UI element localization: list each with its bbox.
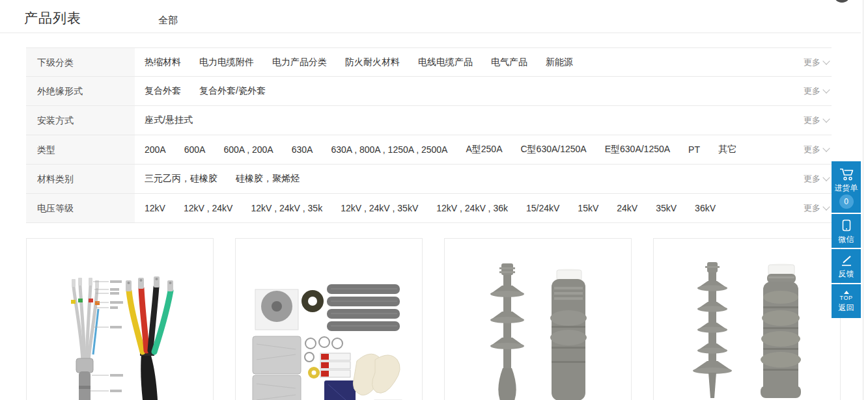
filter-row: 外绝缘形式复合外套复合外套/瓷外套更多 xyxy=(26,77,832,106)
filter-options: 热缩材料电力电缆附件电力产品分类防火耐火材料电线电缆产品电气产品新能源 xyxy=(135,48,832,76)
filter-label: 电压等级 xyxy=(26,194,135,222)
filter-option[interactable]: C型630A/1250A xyxy=(521,144,587,155)
filter-option[interactable]: 600A xyxy=(184,144,206,155)
filter-option[interactable]: 12kV , 24kV , 35kV xyxy=(341,203,418,213)
filter-options: 三元乙丙，硅橡胶硅橡胶，聚烯烃 xyxy=(135,165,832,193)
filter-option[interactable]: 15kV xyxy=(578,203,598,213)
filter-row: 电压等级12kV12kV , 24kV12kV , 24kV , 35k12kV… xyxy=(26,194,832,223)
more-link[interactable]: 更多 xyxy=(804,165,829,193)
feedback-button[interactable]: 反馈 xyxy=(832,249,861,283)
chevron-down-icon xyxy=(822,144,830,152)
product-image-cable-termination xyxy=(38,275,201,400)
tab-all[interactable]: 全部 xyxy=(158,14,178,27)
product-card[interactable] xyxy=(444,238,632,400)
more-link[interactable]: 更多 xyxy=(804,135,829,164)
filter-option[interactable]: 600A , 200A xyxy=(223,144,273,155)
filter-label: 安装方式 xyxy=(26,106,135,135)
product-image-kit-components xyxy=(247,276,410,400)
filter-option[interactable]: A型250A xyxy=(466,144,502,155)
filter-option[interactable]: 电力产品分类 xyxy=(272,57,327,68)
filter-option[interactable]: 12kV xyxy=(145,203,165,213)
scrollbar-track[interactable] xyxy=(863,0,863,400)
filter-option[interactable]: 硅橡胶，聚烯烃 xyxy=(236,173,300,185)
filter-label: 外绝缘形式 xyxy=(26,77,135,105)
filter-table: 下级分类热缩材料电力电缆附件电力产品分类防火耐火材料电线电缆产品电气产品新能源更… xyxy=(26,47,832,223)
cart-icon xyxy=(839,168,854,181)
wechat-button[interactable]: 微信 xyxy=(832,214,861,248)
avatar[interactable] xyxy=(833,0,850,3)
filter-option[interactable]: 200A xyxy=(145,144,166,155)
product-card[interactable] xyxy=(653,238,841,400)
filter-option[interactable]: 电气产品 xyxy=(491,57,527,68)
top-label: TOP xyxy=(840,295,853,301)
product-card[interactable] xyxy=(26,238,214,400)
filter-option[interactable]: 电线电缆产品 xyxy=(418,57,473,68)
filter-option[interactable]: 复合外套/瓷外套 xyxy=(199,85,266,97)
page-title: 产品列表 xyxy=(24,9,81,27)
chevron-down-icon xyxy=(822,174,830,181)
chevron-down-icon xyxy=(822,57,830,64)
product-grid xyxy=(26,238,841,400)
filter-options: 复合外套复合外套/瓷外套 xyxy=(135,77,832,105)
filter-option[interactable]: 12kV , 24kV xyxy=(184,203,233,213)
filter-option[interactable]: PT xyxy=(688,144,700,155)
filter-option[interactable]: E型630A/1250A xyxy=(605,144,670,155)
filter-option[interactable]: 630A , 800A , 1250A , 2500A xyxy=(331,144,447,155)
filter-option[interactable]: 热缩材料 xyxy=(145,57,181,68)
product-image-terminations xyxy=(456,261,619,400)
filter-option[interactable]: 12kV , 24kV , 36k xyxy=(436,203,508,213)
filter-option[interactable]: 12kV , 24kV , 35k xyxy=(251,203,322,213)
header-divider xyxy=(0,33,861,33)
filter-option[interactable]: 新能源 xyxy=(546,57,573,68)
chevron-down-icon xyxy=(822,115,830,122)
more-link[interactable]: 更多 xyxy=(804,106,829,135)
filter-option[interactable]: 复合外套 xyxy=(145,85,181,97)
back-label: 返回 xyxy=(839,304,854,312)
filter-row: 材料类别三元乙丙，硅橡胶硅橡胶，聚烯烃更多 xyxy=(26,165,832,194)
product-card[interactable] xyxy=(235,238,423,400)
chevron-down-icon xyxy=(822,203,830,210)
filter-label: 下级分类 xyxy=(26,48,135,76)
filter-option[interactable]: 座式/悬挂式 xyxy=(145,114,193,126)
filter-option[interactable]: 防火耐火材料 xyxy=(345,57,400,68)
filter-options: 200A600A600A , 200A630A630A , 800A , 125… xyxy=(135,135,832,164)
chevron-down-icon xyxy=(822,86,830,93)
back-to-top-button[interactable]: TOP 返回 xyxy=(832,284,861,318)
feedback-label: 反馈 xyxy=(839,270,854,278)
filter-option[interactable]: 36kV xyxy=(695,203,716,213)
filter-option[interactable]: 630A xyxy=(292,144,313,155)
filter-option[interactable]: 三元乙丙，硅橡胶 xyxy=(145,173,217,185)
filter-option[interactable]: 15/24kV xyxy=(526,203,559,213)
filter-option[interactable]: 电力电缆附件 xyxy=(199,57,254,68)
filter-row: 安装方式座式/悬挂式更多 xyxy=(26,106,832,135)
filter-option[interactable]: 35kV xyxy=(656,203,677,213)
mobile-icon xyxy=(841,219,852,232)
cart-button[interactable]: 进货单 0 xyxy=(832,161,861,213)
filter-label: 材料类别 xyxy=(26,165,135,193)
filter-label: 类型 xyxy=(26,135,135,164)
product-image-terminations-tall xyxy=(665,258,828,398)
floating-action-bar: 进货单 0 微信 反馈 TOP 返回 xyxy=(832,161,861,319)
more-link[interactable]: 更多 xyxy=(804,48,829,77)
filter-option[interactable]: 24kV xyxy=(617,203,637,213)
more-link[interactable]: 更多 xyxy=(804,77,829,105)
pencil-icon xyxy=(840,255,853,267)
filter-row: 下级分类热缩材料电力电缆附件电力产品分类防火耐火材料电线电缆产品电气产品新能源更… xyxy=(26,47,832,77)
cart-label: 进货单 xyxy=(835,184,858,192)
cart-count-badge: 0 xyxy=(839,194,854,209)
filter-option[interactable]: 其它 xyxy=(718,144,736,155)
arrow-up-icon xyxy=(844,291,849,294)
filter-row: 类型200A600A600A , 200A630A630A , 800A , 1… xyxy=(26,135,832,165)
filter-options: 12kV12kV , 24kV12kV , 24kV , 35k12kV , 2… xyxy=(135,194,832,222)
more-link[interactable]: 更多 xyxy=(804,194,829,222)
filter-options: 座式/悬挂式 xyxy=(135,106,832,135)
wechat-label: 微信 xyxy=(839,235,854,243)
